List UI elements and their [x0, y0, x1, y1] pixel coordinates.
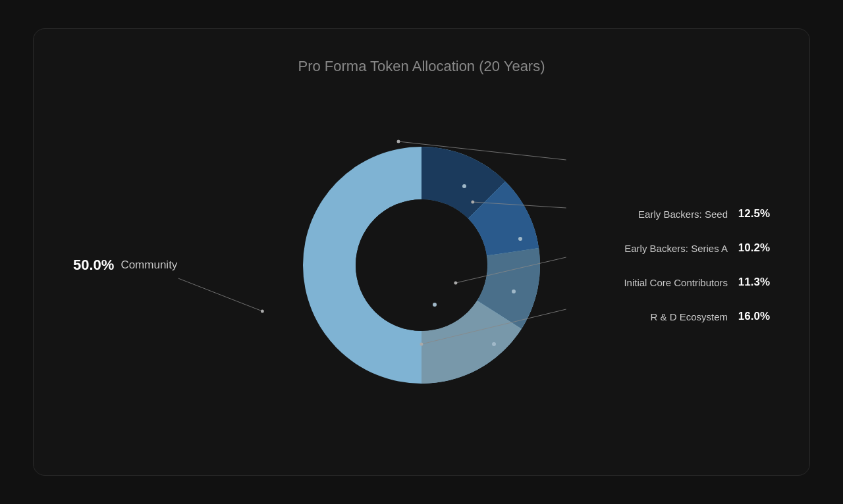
- seed-pct: 12.5%: [736, 207, 770, 220]
- right-label-row-core: Initial Core Contributors 11.3%: [624, 276, 770, 289]
- seed-label: Early Backers: Seed: [638, 209, 728, 220]
- rd-pct: 16.0%: [736, 310, 770, 323]
- community-name: Community: [121, 259, 177, 272]
- series-a-dot: [518, 237, 522, 241]
- title-sub: (20 Years): [479, 58, 545, 74]
- community-dot: [433, 303, 437, 307]
- series-a-label: Early Backers: Series A: [624, 243, 728, 254]
- rd-label: R & D Ecosystem: [650, 311, 728, 322]
- right-label-row-rd: R & D Ecosystem 16.0%: [624, 310, 770, 323]
- core-label: Initial Core Contributors: [624, 277, 728, 288]
- series-a-pct: 10.2%: [736, 241, 770, 255]
- community-pct: 50.0%: [73, 257, 114, 274]
- main-card: Pro Forma Token Allocation (20 Years) 50…: [33, 28, 810, 476]
- right-label-row-series-a: Early Backers: Series A 10.2%: [624, 241, 770, 255]
- rd-dot: [492, 342, 496, 346]
- donut-chart: [296, 140, 547, 390]
- core-dot: [512, 290, 516, 293]
- right-label-row-seed: Early Backers: Seed 12.5%: [624, 207, 770, 220]
- chart-title: Pro Forma Token Allocation (20 Years): [298, 58, 545, 75]
- title-main: Pro Forma Token Allocation: [298, 58, 475, 74]
- seed-dot: [462, 184, 466, 188]
- donut-svg-main: [296, 140, 547, 390]
- svg-point-1: [261, 310, 264, 313]
- core-pct: 11.3%: [736, 276, 770, 289]
- chart-area: 50.0% Community: [34, 94, 809, 436]
- donut-hole: [356, 199, 487, 331]
- svg-line-0: [178, 278, 263, 311]
- left-label-group: 50.0% Community: [73, 257, 177, 274]
- right-labels: Early Backers: Seed 12.5% Early Backers:…: [624, 207, 770, 323]
